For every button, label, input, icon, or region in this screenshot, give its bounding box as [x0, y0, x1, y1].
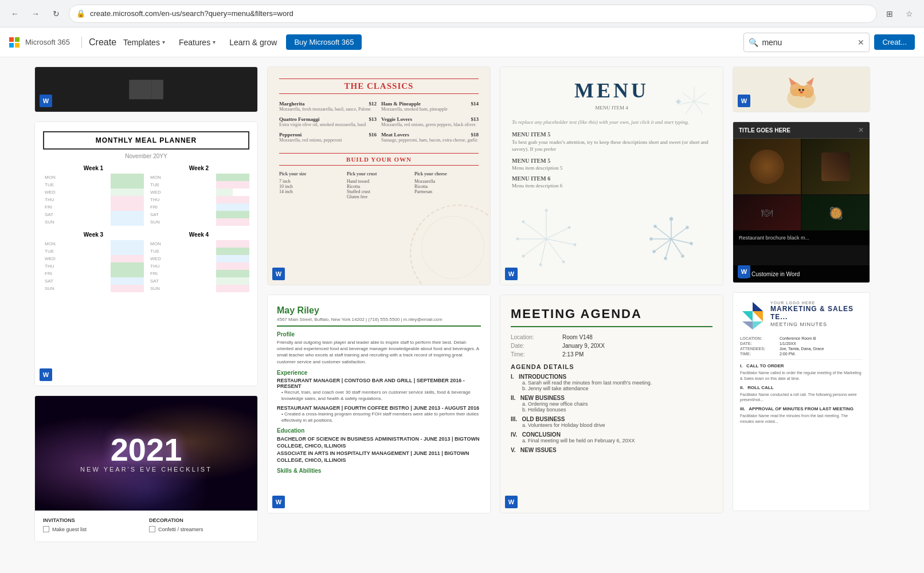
svg-point-11: [562, 261, 565, 263]
svg-marker-43: [806, 77, 814, 85]
checkbox-2[interactable]: [149, 526, 155, 532]
svg-point-38: [654, 225, 656, 227]
bookmark-button[interactable]: ☆: [901, 6, 917, 22]
rb-close-icon[interactable]: ✕: [858, 126, 864, 134]
card-resume[interactable]: May Riley 4567 Main Street, Buffalo, New…: [267, 295, 491, 513]
word-badge-pizza: W: [272, 268, 285, 280]
card-restaurant-brochure[interactable]: TITLE GOES HERE ✕ 🍽: [733, 121, 870, 283]
url-text: create.microsoft.com/en-us/search?query=…: [90, 9, 870, 18]
nav-learn-grow[interactable]: Learn & grow: [222, 36, 284, 49]
svg-line-19: [694, 101, 703, 114]
week1-label: Week 1: [43, 165, 144, 171]
svg-line-18: [694, 101, 708, 104]
card-fireworks-menu[interactable]: MENU MENU ITEM 4 To replace any placehol…: [500, 66, 723, 285]
svg-point-31: [670, 218, 673, 221]
svg-point-34: [682, 255, 684, 257]
template-grid: ███ W MONTHLY MEAL PLANNER November 20YY…: [0, 66, 924, 542]
card-pizza-classics[interactable]: THE CLASSICS Margherita$12 Mozzarella, f…: [267, 66, 491, 285]
svg-line-30: [655, 226, 671, 239]
experience-section: Experience: [277, 370, 481, 376]
card-meal-planner[interactable]: MONTHLY MEAL PLANNER November 20YY Week …: [34, 121, 258, 386]
svg-marker-51: [753, 321, 763, 329]
lock-icon: 🔒: [76, 9, 85, 18]
check-item-2: Confetti / streamers: [158, 527, 203, 532]
svg-line-28: [654, 239, 671, 252]
resume-profile: Friendly and outgoing team player and le…: [277, 339, 481, 365]
agenda-details-title: AGENDA DETAILS: [511, 363, 712, 370]
week4-label: Week 4: [148, 231, 249, 238]
svg-point-37: [650, 238, 652, 240]
week2-label: Week 2: [148, 165, 249, 171]
svg-point-45: [798, 89, 801, 91]
job2-desc: • Created a cross-training program ensur…: [277, 411, 481, 423]
svg-marker-52: [742, 321, 753, 329]
search-icon: 🔍: [749, 38, 758, 47]
rb-card-label: Restaurant brochure black m...: [739, 235, 809, 241]
education-section: Education: [277, 427, 481, 434]
logo-placeholder: YOUR LOGO HERE: [770, 301, 863, 305]
column-3: MENU MENU ITEM 4 To replace any placehol…: [500, 66, 723, 542]
search-box: 🔍 ✕: [743, 33, 870, 52]
forward-button[interactable]: →: [28, 6, 44, 22]
svg-point-47: [800, 91, 803, 93]
extensions-button[interactable]: ⊞: [882, 6, 898, 22]
job1-desc: • Recruit, train, and coach over 30 staf…: [277, 389, 481, 402]
card-partial-top-right[interactable]: W: [733, 66, 870, 112]
browser-actions: ⊞ ☆: [882, 6, 917, 22]
app-header: Microsoft 365 Create Templates ▾ Feature…: [0, 28, 924, 57]
svg-line-1: [546, 227, 569, 239]
word-badge-fw: W: [505, 268, 518, 280]
nav-features[interactable]: Features ▾: [172, 36, 222, 49]
templates-chevron: ▾: [162, 39, 165, 45]
nav-templates[interactable]: Templates ▾: [116, 36, 172, 49]
learn-grow-label: Learn & grow: [229, 38, 277, 47]
word-badge-1: W: [40, 95, 52, 107]
word-badge-agenda: W: [505, 496, 518, 508]
main-nav: Templates ▾ Features ▾ Learn & grow Buy …: [116, 34, 362, 50]
card-partial-dark[interactable]: ███ W: [34, 66, 258, 112]
buy-button[interactable]: Buy Microsoft 365: [286, 34, 362, 50]
ms365-logo[interactable]: Microsoft 365: [9, 37, 70, 48]
svg-marker-50: [742, 311, 753, 321]
svg-line-17: [694, 93, 706, 101]
back-button[interactable]: ←: [7, 6, 23, 22]
features-chevron: ▾: [213, 39, 216, 45]
svg-point-10: [574, 244, 576, 246]
card-marketing[interactable]: YOUR LOGO HERE MARKETING & SALES TE... M…: [733, 292, 870, 511]
svg-line-24: [671, 227, 687, 239]
fireworks-left: [512, 205, 581, 273]
agenda-title: MEETING AGENDA: [511, 307, 712, 327]
word-badge-resume: W: [272, 496, 285, 508]
meal-planner-title: MONTHLY MEAL PLANNER: [43, 131, 249, 150]
card-meeting-agenda[interactable]: MEETING AGENDA Location:Room V148 Date:J…: [500, 295, 723, 513]
checkbox-1[interactable]: [43, 526, 49, 532]
card-newyear[interactable]: 2021 NEW YEAR'S EVE CHECKLIST INVITATION…: [34, 395, 258, 542]
address-bar[interactable]: 🔒 create.microsoft.com/en-us/search?quer…: [69, 5, 877, 23]
main-content: ███ W MONTHLY MEAL PLANNER November 20YY…: [0, 57, 924, 573]
svg-point-35: [664, 257, 667, 260]
svg-point-36: [653, 250, 655, 253]
marketing-subtitle: MEETING MINUTES: [770, 321, 863, 327]
svg-line-27: [665, 239, 671, 258]
svg-marker-48: [753, 302, 763, 311]
features-label: Features: [179, 38, 210, 47]
resume-contact: 4567 Main Street, Buffalo, New York 1420…: [277, 317, 481, 327]
svg-point-15: [522, 221, 524, 223]
profile-section: Profile: [277, 331, 481, 337]
create-account-button[interactable]: Creat...: [874, 34, 915, 50]
search-input[interactable]: [762, 38, 854, 47]
pizza-classics-title: THE CLASSICS: [279, 79, 479, 94]
word-badge-rb: W: [738, 265, 750, 278]
fireworks-right-bottom: [648, 216, 694, 262]
ny-year: 2021: [111, 434, 182, 466]
fox-illustration: [778, 69, 824, 109]
create-link[interactable]: Create: [89, 37, 116, 48]
svg-marker-49: [753, 311, 763, 321]
word-badge-meal: W: [40, 368, 52, 381]
word-badge-top-right: W: [738, 95, 750, 107]
marketing-logo-svg: [740, 301, 766, 329]
svg-line-2: [546, 239, 575, 245]
search-clear-button[interactable]: ✕: [858, 38, 864, 47]
reload-button[interactable]: ↻: [48, 6, 64, 22]
svg-point-14: [516, 238, 519, 240]
